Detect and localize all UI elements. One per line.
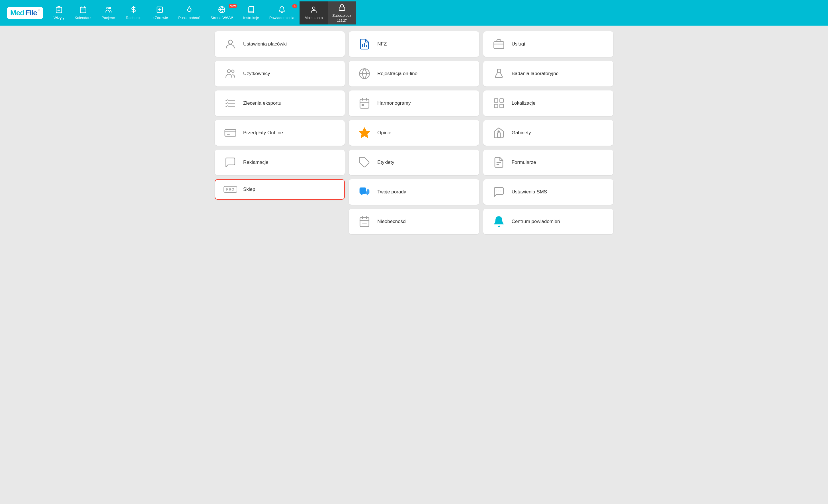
card-formularze-label: Formularze — [512, 159, 536, 165]
nav-instrukcje[interactable]: Instrukcje — [238, 4, 264, 22]
nav-wizyty-label: Wizyty — [53, 16, 64, 20]
doc-chart-icon — [357, 38, 372, 50]
svg-point-9 — [110, 7, 111, 8]
drop-icon — [185, 6, 193, 14]
card-przedplaty-online[interactable]: Przedpłaty OnLine — [215, 120, 345, 146]
card-twoje-porady[interactable]: Twoje porady — [349, 179, 479, 205]
nav-powiadomienia-label: Powiadomienia — [270, 16, 294, 20]
user-icon — [310, 6, 318, 14]
card-centrum-powiadomien[interactable]: Centrum powiadomień — [483, 209, 613, 234]
card-lokalizacje-label: Lokalizacje — [512, 100, 536, 106]
card-badania-laboratoryjne[interactable]: Badania laboratoryjne — [483, 61, 613, 87]
card-ustawienia-placowki-label: Ustawienia placówki — [243, 41, 287, 47]
nav-wizyty[interactable]: Wizyty — [48, 4, 70, 22]
card-nieobecnosci-label: Nieobecności — [377, 219, 406, 224]
nav-ezdrowie-label: e-Zdrowie — [152, 16, 168, 20]
nav-moje-konto[interactable]: Moje konto — [299, 1, 328, 25]
nav-zabezpiecz-label: Zabezpiecz — [332, 13, 351, 18]
logo[interactable]: MedFile® — [7, 7, 43, 19]
nav-instrukcje-label: Instrukcje — [243, 16, 259, 20]
people-icon — [105, 6, 112, 14]
briefcase-icon — [492, 38, 506, 50]
logo-med: Med — [10, 8, 24, 17]
card-rejestracja-online-label: Rejestracja on-line — [377, 71, 417, 77]
card-reklamacje[interactable]: Reklamacje — [215, 150, 345, 175]
card-ustawienia-sms[interactable]: Ustawienia SMS — [483, 179, 613, 205]
calendar-icon — [79, 6, 87, 14]
card-uslugi[interactable]: Usługi — [483, 31, 613, 57]
clipboard-icon — [55, 6, 63, 14]
svg-rect-51 — [500, 104, 503, 108]
card-twoje-porady-label: Twoje porady — [377, 189, 406, 195]
card-gabinety[interactable]: Gabinety — [483, 120, 613, 146]
nav-powiadomienia[interactable]: 8 Powiadomienia — [264, 4, 299, 22]
svg-rect-39 — [360, 218, 369, 227]
card-icon — [223, 127, 238, 139]
svg-rect-32 — [360, 99, 369, 108]
card-uzytkownicy[interactable]: Użytkownicy — [215, 61, 345, 87]
menu-grid: Ustawienia placówki Użytkownicy Zlecenia… — [215, 31, 613, 234]
new-badge: NEW — [229, 4, 237, 8]
dollar-icon — [130, 6, 137, 14]
globe-icon — [218, 6, 225, 14]
card-harmonogramy[interactable]: Harmonogramy — [349, 90, 479, 116]
nav-pacjenci[interactable]: Pacjenci — [96, 4, 121, 22]
hospital-icon — [492, 127, 506, 139]
card-uslugi-label: Usługi — [512, 41, 525, 47]
card-etykiety-label: Etykiety — [377, 159, 395, 165]
card-opinie-label: Opinie — [377, 130, 391, 136]
card-rejestracja-online[interactable]: Rejestracja on-line — [349, 61, 479, 87]
nav-punkt-pobran-label: Punkt pobrań — [178, 16, 200, 20]
star-icon — [357, 127, 372, 139]
nav-zabezpiecz[interactable]: Zabezpiecz 119:27 — [328, 1, 356, 25]
nav-moje-konto-label: Moje konto — [305, 16, 323, 20]
nav-rachunki[interactable]: Rachunki — [121, 4, 147, 22]
nav-pacjenci-label: Pacjenci — [101, 16, 116, 20]
svg-point-8 — [107, 7, 109, 9]
card-badania-laboratoryjne-label: Badania laboratoryjne — [512, 71, 558, 77]
sms-bubble-icon — [492, 186, 506, 198]
svg-rect-48 — [494, 99, 498, 102]
card-przedplaty-online-label: Przedpłaty OnLine — [243, 130, 283, 136]
main-content: Ustawienia placówki Użytkownicy Zlecenia… — [0, 26, 828, 504]
svg-rect-49 — [500, 99, 503, 102]
card-etykiety[interactable]: Etykiety — [349, 150, 479, 175]
svg-point-18 — [229, 40, 232, 44]
flask-icon — [492, 68, 506, 80]
svg-point-16 — [313, 7, 315, 9]
nav-kalendarz[interactable]: Kalendarz — [70, 4, 96, 22]
nav-zabezpiecz-sublabel: 119:27 — [337, 19, 347, 22]
nav-strona-www-label: Strona WWW — [210, 16, 233, 20]
tag-icon — [357, 156, 372, 168]
svg-point-19 — [227, 70, 231, 73]
globe2-icon — [357, 68, 372, 80]
card-gabinety-label: Gabinety — [512, 130, 531, 136]
card-sklep[interactable]: PRO Sklep — [215, 179, 345, 200]
card-zlecenia-eksportu[interactable]: Zlecenia eksportu — [215, 90, 345, 116]
svg-rect-50 — [494, 104, 498, 108]
svg-marker-37 — [360, 128, 370, 137]
svg-rect-24 — [225, 129, 236, 137]
card-ustawienia-sms-label: Ustawienia SMS — [512, 189, 547, 195]
card-nfz[interactable]: NFZ — [349, 31, 479, 57]
svg-rect-44 — [494, 42, 504, 49]
svg-rect-36 — [362, 104, 364, 106]
nav-rachunki-label: Rachunki — [126, 16, 141, 20]
nav-strona-www[interactable]: NEW Strona WWW — [205, 4, 238, 22]
pro-icon: PRO — [223, 186, 238, 193]
group-icon — [223, 68, 238, 80]
calendar2-icon — [357, 97, 372, 109]
bubbles-icon — [357, 186, 372, 198]
card-zlecenia-eksportu-label: Zlecenia eksportu — [243, 100, 281, 106]
card-formularze[interactable]: Formularze — [483, 150, 613, 175]
nav-punkt-pobran[interactable]: Punkt pobrań — [173, 4, 205, 22]
col1: Ustawienia placówki Użytkownicy Zlecenia… — [215, 31, 345, 234]
card-ustawienia-placowki[interactable]: Ustawienia placówki — [215, 31, 345, 57]
card-lokalizacje[interactable]: Lokalizacje — [483, 90, 613, 116]
logo-reg: ® — [38, 9, 40, 12]
card-nieobecnosci[interactable]: Nieobecności — [349, 209, 479, 234]
card-opinie[interactable]: Opinie — [349, 120, 479, 146]
card-centrum-powiadomien-label: Centrum powiadomień — [512, 219, 560, 224]
main-nav: Wizyty Kalendarz Pacjenci Rachunki — [48, 1, 825, 25]
nav-ezdrowie[interactable]: e-Zdrowie — [147, 4, 173, 22]
